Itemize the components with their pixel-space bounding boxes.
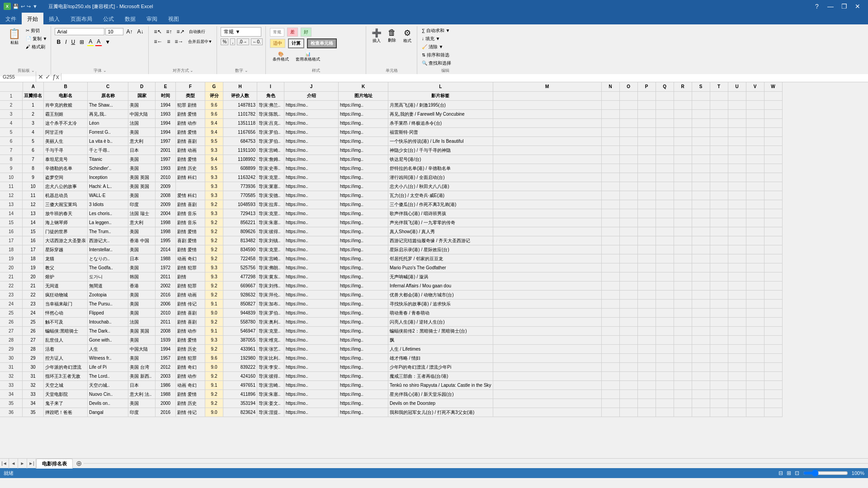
cell-G33[interactable]: 9.1 (205, 381, 223, 390)
help-button[interactable]: ? (810, 0, 824, 13)
cell-N1[interactable] (601, 91, 619, 101)
cell-D18[interactable]: 美国 (128, 245, 156, 254)
cell-empty-36-9[interactable] (746, 408, 764, 417)
cell-W1[interactable] (764, 91, 782, 101)
cell-E27[interactable]: 2008 (156, 327, 176, 336)
cell-H21[interactable]: 477298 (223, 272, 257, 282)
cell-M1[interactable] (493, 91, 601, 101)
cell-I5[interactable]: 导演:罗伯.. (257, 128, 284, 137)
cell-empty-19-7[interactable] (710, 254, 728, 263)
cell-empty-33-3[interactable] (637, 381, 656, 390)
cell-C24[interactable]: The Pursu.. (88, 300, 128, 309)
cell-empty-27-4[interactable] (656, 327, 674, 336)
cell-empty-14-3[interactable] (637, 209, 656, 218)
cell-empty-32-0[interactable] (493, 372, 601, 381)
row-num-19[interactable]: 19 (0, 254, 23, 263)
cell-empty-7-7[interactable] (710, 146, 728, 155)
cell-empty-6-8[interactable] (728, 137, 746, 146)
cell-empty-30-4[interactable] (656, 354, 674, 363)
col-header-B[interactable]: B (44, 82, 88, 91)
cell-empty-16-8[interactable] (728, 227, 746, 236)
cell-B30[interactable]: 控方证人 (44, 354, 88, 363)
cell-empty-31-9[interactable] (746, 363, 764, 372)
cell-empty-24-5[interactable] (674, 300, 692, 309)
col-header-V[interactable]: V (746, 82, 764, 91)
cell-K36[interactable]: https://img.. (339, 408, 388, 417)
cell-J32[interactable]: https://mo.. (284, 372, 339, 381)
cell-L30[interactable]: 雄才伟略 / 情妇 (388, 354, 493, 363)
row-num-4[interactable]: 4 (0, 119, 23, 128)
cell-empty-14-9[interactable] (746, 209, 764, 218)
cell-G15[interactable]: 9.2 (205, 218, 223, 227)
row-num-27[interactable]: 27 (0, 327, 23, 336)
cell-E4[interactable]: 1994 (156, 119, 176, 128)
cell-I1[interactable]: 角色 (257, 91, 284, 101)
cell-I30[interactable]: 导演:比利.. (257, 354, 284, 363)
cell-A11[interactable]: 10 (23, 182, 44, 191)
cell-K2[interactable]: https://img.. (339, 101, 388, 110)
cell-empty-29-1[interactable] (601, 345, 619, 354)
cell-C18[interactable]: Interstellar.. (88, 245, 128, 254)
cell-G9[interactable]: 9.5 (205, 164, 223, 173)
cell-H5[interactable]: 1167656 (223, 128, 257, 137)
cell-empty-35-8[interactable] (728, 399, 746, 408)
cell-empty-3-0[interactable] (493, 110, 601, 119)
cell-empty-5-0[interactable] (493, 128, 601, 137)
cell-C4[interactable]: Léon (88, 119, 128, 128)
cell-empty-31-10[interactable] (764, 363, 782, 372)
cell-empty-35-0[interactable] (493, 399, 601, 408)
cell-empty-20-10[interactable] (764, 263, 782, 272)
cell-empty-23-9[interactable] (746, 291, 764, 300)
cell-empty-34-7[interactable] (710, 390, 728, 399)
comma-btn[interactable]: , (230, 38, 235, 45)
insert-button[interactable]: ➕插入 (370, 27, 383, 45)
cell-V1[interactable] (746, 91, 764, 101)
cell-empty-6-9[interactable] (746, 137, 764, 146)
cell-E2[interactable]: 1994 (156, 101, 176, 110)
cell-empty-28-2[interactable] (619, 336, 637, 345)
cell-empty-2-4[interactable] (656, 101, 674, 110)
cell-H10[interactable]: 1163242 (223, 173, 257, 182)
cell-empty-32-6[interactable] (692, 372, 710, 381)
cell-A21[interactable]: 20 (23, 272, 44, 282)
cell-empty-12-3[interactable] (637, 191, 656, 200)
cell-E31[interactable]: 2012 (156, 363, 176, 372)
cell-K17[interactable]: https://img.. (339, 236, 388, 245)
cell-empty-30-3[interactable] (637, 354, 656, 363)
sort-filter-button[interactable]: ⇅ 排序和筛选 (421, 52, 450, 59)
cell-L17[interactable]: 西游记完结篇仙履奇缘 / 齐天大圣西游记 (388, 236, 493, 245)
cell-empty-26-4[interactable] (656, 318, 674, 327)
cell-empty-36-1[interactable] (601, 408, 619, 417)
cell-A30[interactable]: 29 (23, 354, 44, 363)
tab-insert[interactable]: 插入 (43, 13, 65, 24)
cell-empty-33-9[interactable] (746, 381, 764, 390)
cell-I22[interactable]: 导演:刘伟.. (257, 282, 284, 291)
cell-empty-16-2[interactable] (619, 227, 637, 236)
cell-J24[interactable]: https://mo.. (284, 300, 339, 309)
cell-empty-4-4[interactable] (656, 119, 674, 128)
cell-E9[interactable]: 1993 (156, 164, 176, 173)
scroll-area[interactable]: A B C D E F G H I J K L M N O (0, 82, 868, 458)
cell-empty-12-1[interactable] (601, 191, 619, 200)
cell-A3[interactable]: 2 (23, 110, 44, 119)
cell-empty-23-10[interactable] (764, 291, 782, 300)
col-header-W[interactable]: W (764, 82, 782, 91)
cell-empty-13-6[interactable] (692, 200, 710, 209)
cell-H20[interactable]: 525756 (223, 263, 257, 272)
cell-K6[interactable]: https://img.. (339, 137, 388, 146)
cell-empty-19-8[interactable] (728, 254, 746, 263)
cell-B8[interactable]: 泰坦尼克号 (44, 155, 88, 164)
cell-C13[interactable]: 3 Idiots (88, 200, 128, 209)
cell-H24[interactable]: 850827 (223, 300, 257, 309)
cell-E21[interactable]: 2011 (156, 272, 176, 282)
cell-empty-32-2[interactable] (619, 372, 637, 381)
cell-G5[interactable]: 9.4 (205, 128, 223, 137)
cell-A29[interactable]: 28 (23, 345, 44, 354)
cell-A14[interactable]: 13 (23, 209, 44, 218)
cell-empty-14-10[interactable] (764, 209, 782, 218)
cell-empty-24-2[interactable] (619, 300, 637, 309)
cell-D6[interactable]: 意大利 (128, 137, 156, 146)
cell-empty-4-2[interactable] (619, 119, 637, 128)
col-header-G[interactable]: G (205, 82, 223, 91)
cell-empty-25-7[interactable] (710, 309, 728, 318)
